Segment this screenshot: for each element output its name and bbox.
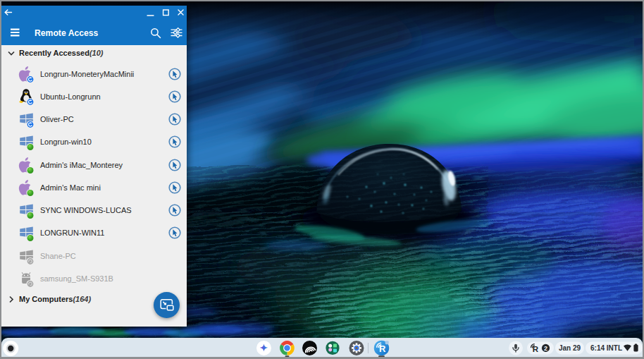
svg-text:2: 2 — [544, 345, 547, 352]
svg-text:R: R — [379, 343, 386, 354]
svg-text:R: R — [533, 345, 539, 353]
svg-text:6:14 INTL: 6:14 INTL — [590, 344, 622, 352]
svg-text:Jan 29: Jan 29 — [559, 344, 581, 352]
